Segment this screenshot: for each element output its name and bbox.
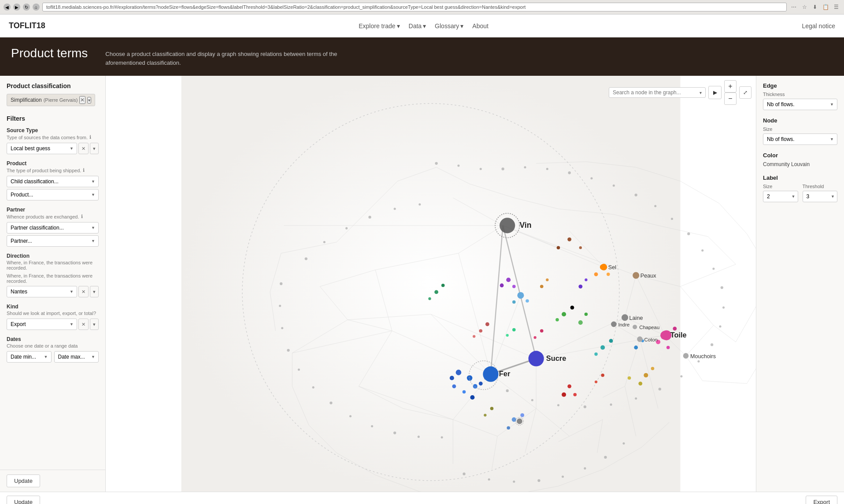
svg-point-117: [721, 286, 723, 289]
svg-point-173: [673, 327, 677, 331]
direction-select[interactable]: Nantes: [7, 286, 77, 297]
label-controls-row: Size 2 Threshold 3: [763, 184, 837, 202]
date-max-select[interactable]: Date max...: [54, 351, 99, 363]
classification-dropdown-button[interactable]: ▾: [87, 97, 91, 104]
url-bar[interactable]: toflit18.medialab.sciences-po.fr/#/explo…: [42, 3, 787, 11]
svg-text:Mouchoirs: Mouchoirs: [690, 353, 716, 359]
partner-select[interactable]: Partner...: [7, 235, 99, 247]
svg-line-60: [686, 356, 703, 381]
svg-point-129: [506, 389, 509, 392]
svg-point-149: [418, 436, 420, 438]
svg-line-93: [719, 203, 747, 233]
label-threshold-select[interactable]: 3: [803, 191, 838, 202]
svg-point-116: [712, 267, 714, 270]
fullscreen-button[interactable]: ⤢: [739, 86, 751, 99]
color-section: Color Community Louvain: [763, 152, 837, 167]
svg-point-198: [579, 246, 582, 249]
explore-trade-link[interactable]: Explore trade ▾: [359, 22, 400, 30]
remove-classification-button[interactable]: ✕: [79, 96, 85, 104]
data-link[interactable]: Data ▾: [409, 22, 426, 30]
svg-point-156: [418, 203, 421, 205]
node-section: Node Size Nb of flows.: [763, 117, 837, 145]
svg-point-212: [595, 381, 597, 383]
svg-point-115: [701, 249, 703, 252]
about-link[interactable]: About: [472, 22, 489, 30]
svg-line-88: [703, 381, 747, 383]
svg-point-147: [371, 425, 373, 427]
svg-point-216: [533, 336, 536, 339]
label-size-select[interactable]: 2: [763, 191, 798, 202]
svg-point-119: [719, 325, 722, 327]
svg-point-104: [480, 168, 482, 170]
svg-point-155: [394, 208, 396, 210]
clear-direction-button[interactable]: ✕: [78, 286, 89, 297]
svg-point-201: [441, 284, 445, 287]
svg-point-109: [590, 177, 592, 179]
graph-svg[interactable]: Vin Sucre Fer Toile Laine Sel Peaux: [106, 76, 756, 492]
svg-point-175: [562, 312, 566, 316]
direction-filter: Direction Where, in France, the transact…: [7, 253, 99, 297]
refresh-button[interactable]: ↻: [23, 4, 30, 11]
history-button[interactable]: 📋: [821, 3, 830, 11]
direction-note-extra: Where, in France, the transactions were …: [7, 273, 99, 284]
play-button[interactable]: ▶: [708, 86, 722, 99]
svg-point-235: [611, 322, 617, 327]
svg-point-192: [500, 283, 504, 287]
svg-point-194: [512, 300, 516, 304]
thickness-select[interactable]: Nb of flows.: [763, 99, 837, 110]
svg-point-185: [573, 393, 577, 397]
svg-point-191: [512, 285, 516, 289]
export-button[interactable]: Export: [806, 496, 837, 504]
menu-button[interactable]: ☰: [832, 3, 840, 11]
search-node-wrapper: ▾: [609, 87, 706, 98]
source-type-select[interactable]: Local best guess: [7, 143, 77, 154]
svg-point-161: [470, 395, 474, 400]
product-select[interactable]: Product...: [7, 189, 99, 200]
source-type-arrow-button[interactable]: ▾: [90, 143, 99, 154]
svg-point-141: [281, 327, 283, 329]
svg-point-174: [666, 346, 670, 349]
svg-point-143: [298, 369, 300, 371]
glossary-link[interactable]: Glossary ▾: [435, 22, 463, 30]
download-button[interactable]: ⬇: [811, 3, 819, 11]
bottom-update-button[interactable]: Update: [7, 496, 40, 504]
update-button[interactable]: Update: [7, 474, 40, 487]
child-classification-select[interactable]: Child classification...: [7, 176, 99, 187]
kind-arrow-button[interactable]: ▾: [90, 319, 99, 330]
extensions-button[interactable]: ⋯: [789, 3, 798, 11]
svg-line-89: [747, 348, 756, 384]
date-min-select[interactable]: Date min...: [7, 351, 52, 363]
partner-classification-select[interactable]: Partner classification...: [7, 222, 99, 233]
svg-point-121: [697, 360, 700, 363]
search-node-dropdown-icon[interactable]: ▾: [700, 90, 702, 95]
search-node-input[interactable]: [613, 89, 698, 96]
label-title: Label: [763, 174, 837, 181]
node-size-select[interactable]: Nb of flows.: [763, 133, 837, 145]
product-info-icon[interactable]: ℹ: [83, 167, 85, 173]
graph-controls: ▾ ▶ + − ⤢: [106, 80, 756, 105]
svg-point-239: [633, 325, 637, 329]
svg-point-133: [513, 481, 515, 483]
clear-source-type-button[interactable]: ✕: [78, 143, 89, 154]
kind-select[interactable]: Export: [7, 319, 77, 330]
svg-point-231: [600, 264, 607, 271]
zoom-in-button[interactable]: +: [724, 80, 737, 93]
source-type-info-icon[interactable]: ℹ: [89, 134, 91, 140]
svg-point-103: [457, 164, 459, 167]
bookmark-button[interactable]: ☆: [800, 3, 809, 11]
product-sublabel: The type of product being shipped. ℹ: [7, 167, 99, 173]
svg-line-36: [686, 325, 714, 356]
svg-point-148: [393, 431, 396, 434]
direction-arrow-button[interactable]: ▾: [90, 286, 99, 297]
clear-kind-button[interactable]: ✕: [78, 319, 89, 330]
forward-button[interactable]: ▶: [13, 4, 20, 11]
back-button[interactable]: ◀: [4, 4, 11, 11]
svg-point-120: [711, 343, 713, 346]
product-classification-title: Product classification: [7, 82, 99, 89]
legal-notice-link[interactable]: Legal notice: [802, 22, 835, 30]
partner-info-icon[interactable]: ℹ: [81, 214, 83, 219]
home-button[interactable]: ⌂: [33, 4, 40, 11]
chevron-down-icon: ▾: [423, 22, 426, 30]
zoom-out-button[interactable]: −: [724, 93, 737, 105]
svg-point-190: [506, 278, 511, 282]
